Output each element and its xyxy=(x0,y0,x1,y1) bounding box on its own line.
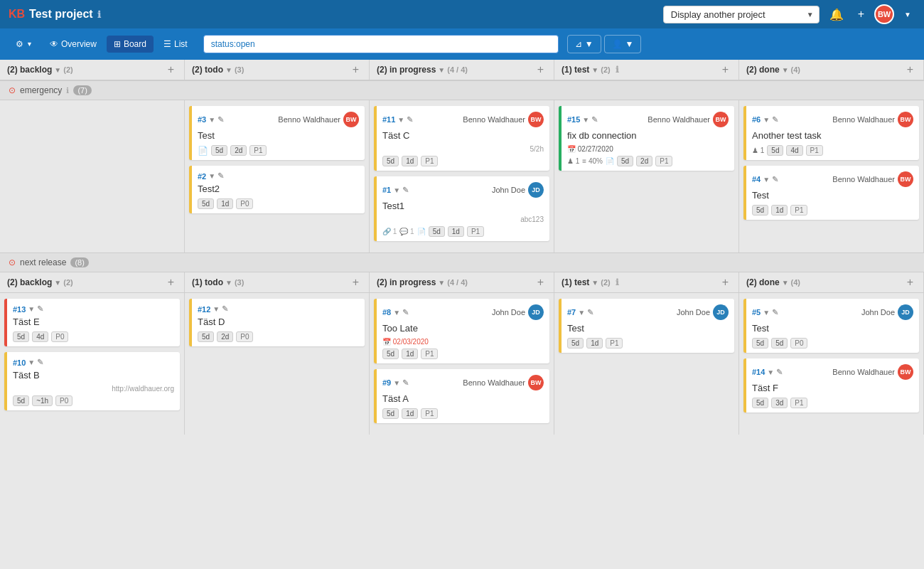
card-6-chevron-icon: ▼ xyxy=(763,116,770,124)
card-9-footer: 5d 1d P1 xyxy=(382,408,544,419)
grid-icon: ⊞ xyxy=(114,39,121,49)
todo-add-button[interactable]: + xyxy=(350,64,362,75)
card-13-chevron-icon: ▼ xyxy=(28,305,35,313)
card-11-edit-icon[interactable]: ✎ xyxy=(407,115,413,124)
nr-backlog-add-button[interactable]: + xyxy=(165,277,177,288)
card-8-edit-icon[interactable]: ✎ xyxy=(402,308,409,317)
todo-col-label: (2) todo xyxy=(192,65,223,75)
overview-button[interactable]: 👁 Overview xyxy=(43,36,104,53)
nr-inprogress-count: (4 / 4) xyxy=(447,278,468,287)
emergency-test-column: #15 ▼ ✎ Benno Waldhauer BW fix db connec… xyxy=(554,100,739,252)
card-15-date: 📅 02/27/2020 xyxy=(567,145,729,153)
card-3-edit-icon[interactable]: ✎ xyxy=(217,115,224,124)
nr-todo-column: #12 ▼ ✎ Täst D 5d 2d P0 xyxy=(185,293,370,435)
card-12-edit-icon[interactable]: ✎ xyxy=(222,304,228,314)
col-header-inprogress: (2) in progress ▼ (4 / 4) + xyxy=(370,60,554,80)
board-button[interactable]: ⊞ Board xyxy=(107,36,154,53)
backlog-chevron-icon: ▼ xyxy=(54,66,61,74)
card-2-title: Test2 xyxy=(198,184,359,194)
card-15-title: fix db connection xyxy=(567,130,729,141)
done-add-button[interactable]: + xyxy=(904,64,916,75)
nr-backlog-chevron-icon: ▼ xyxy=(54,279,61,287)
card-8-footer: 5d 1d P1 xyxy=(382,349,544,359)
avatar-dropdown-button[interactable]: ▼ xyxy=(900,8,915,21)
card-1-doc-icon: 📄 xyxy=(417,228,426,235)
card-7-priority: P1 xyxy=(606,338,623,349)
card-13-edit-icon[interactable]: ✎ xyxy=(37,304,43,314)
card-2-id: #2 ▼ ✎ xyxy=(198,171,224,181)
nr-inprogress-add-button[interactable]: + xyxy=(534,277,547,288)
emergency-info[interactable]: ℹ xyxy=(66,86,69,95)
card-5-assignee: John Doe JD xyxy=(861,304,913,320)
backlog-add-button[interactable]: + xyxy=(165,64,177,75)
test-add-button[interactable]: + xyxy=(719,64,731,75)
nr-done-add-button[interactable]: + xyxy=(904,277,916,288)
card-6-assignee: Benno Waldhauer BW xyxy=(832,112,913,127)
emergency-backlog-column xyxy=(0,100,185,252)
card-4-chevron-icon: ▼ xyxy=(763,176,770,184)
card-7-id: #7 ▼ ✎ xyxy=(567,308,593,317)
settings-button[interactable]: ⚙ ▼ xyxy=(9,36,40,53)
card-1: #1 ▼ ✎ John Doe JD Test1 abc123 🔗 1 💬 xyxy=(374,176,549,241)
info-icon[interactable]: ℹ xyxy=(97,9,101,20)
card-1-priority: P1 xyxy=(467,226,484,237)
nr-done-column: #5 ▼ ✎ John Doe JD Test 5d 5d P0 xyxy=(739,293,924,435)
card-2-priority: P0 xyxy=(236,198,253,209)
card-5: #5 ▼ ✎ John Doe JD Test 5d 5d P0 xyxy=(743,299,919,353)
filter-button[interactable]: ⊿ ▼ xyxy=(567,35,601,53)
done-col-label: (2) done xyxy=(746,65,780,75)
card-9-avatar: BW xyxy=(528,375,544,390)
card-5-edit-icon[interactable]: ✎ xyxy=(772,308,778,317)
notification-button[interactable]: 🔔 xyxy=(825,5,848,24)
card-14: #14 ▼ ✎ Benno Waldhauer BW Täst F 5d 3d xyxy=(743,358,919,413)
test-info-icon[interactable]: ℹ xyxy=(616,65,619,75)
card-15-priority: P1 xyxy=(655,156,672,166)
card-2-edit-icon[interactable]: ✎ xyxy=(217,171,224,181)
inprogress-add-button[interactable]: + xyxy=(534,64,547,75)
nextrelease-columns-row: #13 ▼ ✎ Täst E 5d 4d P0 xyxy=(0,293,924,435)
test-col-label: (1) test xyxy=(562,65,589,75)
nr-todo-add-button[interactable]: + xyxy=(350,277,362,288)
card-11-priority: P1 xyxy=(421,156,438,166)
add-button[interactable]: + xyxy=(854,5,869,23)
card-1-link-icon: 🔗 1 xyxy=(382,228,397,235)
card-7-edit-icon[interactable]: ✎ xyxy=(587,308,593,317)
nr-backlog-column: #13 ▼ ✎ Täst E 5d 4d P0 xyxy=(0,293,185,435)
board-container: (2) backlog ▼ (2) + (2) todo ▼ (3) + (2)… xyxy=(0,60,924,435)
user-filter-button[interactable]: 👤 ▼ xyxy=(604,35,642,53)
card-15-progress: ≡ 40% xyxy=(582,157,603,165)
card-5-id: #5 ▼ ✎ xyxy=(752,308,778,317)
card-3-tag-5d: 5d xyxy=(211,145,227,156)
card-11-chevron-icon: ▼ xyxy=(397,116,404,124)
card-10-edit-icon[interactable]: ✎ xyxy=(37,358,43,367)
card-9-id: #9 ▼ ✎ xyxy=(382,378,409,388)
card-14-chevron-icon: ▼ xyxy=(767,368,774,376)
list-button[interactable]: ☰ List xyxy=(156,36,195,53)
search-input[interactable] xyxy=(203,35,559,53)
nr-test-info-icon[interactable]: ℹ xyxy=(616,277,619,287)
card-4-edit-icon[interactable]: ✎ xyxy=(772,175,778,184)
card-3: #3 ▼ ✎ Benno Waldhauer BW Test 📄 5d xyxy=(189,106,365,160)
card-12-priority: P0 xyxy=(236,331,253,342)
card-14-edit-icon[interactable]: ✎ xyxy=(776,368,783,377)
nr-col-header-done: (2) done ▼ (4) + xyxy=(739,272,924,292)
card-1-edit-icon[interactable]: ✎ xyxy=(402,186,409,195)
card-15-edit-icon[interactable]: ✎ xyxy=(591,115,598,124)
search-box xyxy=(203,35,559,53)
card-14-footer: 5d 3d P1 xyxy=(752,398,913,408)
todo-count: (3) xyxy=(235,65,244,74)
card-9-edit-icon[interactable]: ✎ xyxy=(402,378,409,388)
column-headers-row: (2) backlog ▼ (2) + (2) todo ▼ (3) + (2)… xyxy=(0,60,924,80)
card-1-tag-5d: 5d xyxy=(429,226,445,237)
card-14-priority: P1 xyxy=(790,398,807,408)
card-10-chevron-icon: ▼ xyxy=(28,358,35,366)
card-11-tag-1d: 1d xyxy=(402,156,418,166)
nr-test-add-button[interactable]: + xyxy=(719,277,731,288)
card-6: #6 ▼ ✎ Benno Waldhauer BW Another test t… xyxy=(743,106,919,160)
user-avatar[interactable]: BW xyxy=(874,4,894,24)
display-project-select[interactable]: Display another project xyxy=(663,6,820,23)
card-6-edit-icon[interactable]: ✎ xyxy=(772,115,778,124)
display-project-wrapper[interactable]: Display another project xyxy=(663,6,820,23)
inprogress-chevron-icon: ▼ xyxy=(438,66,445,74)
card-8-date-tag: 📅 02/03/2020 xyxy=(382,338,429,346)
